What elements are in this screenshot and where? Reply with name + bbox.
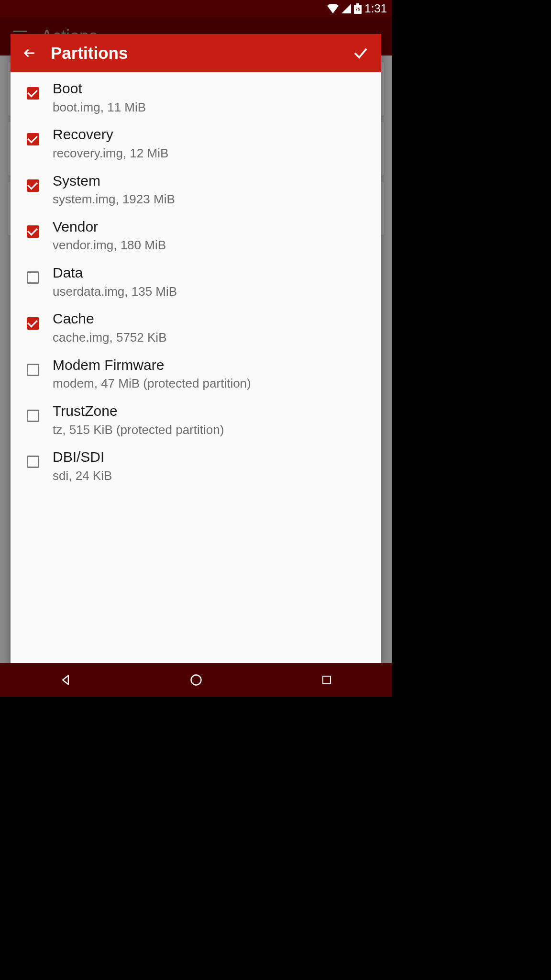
signal-icon: [342, 4, 351, 13]
partition-title: System: [53, 171, 175, 191]
checkbox-icon[interactable]: [27, 179, 39, 192]
checkbox-icon[interactable]: [27, 271, 39, 284]
status-time: 1:31: [364, 2, 387, 15]
wifi-icon: [327, 4, 339, 13]
partition-subtitle: vendor.img, 180 MiB: [53, 237, 166, 254]
checkbox-icon[interactable]: [27, 456, 39, 468]
nav-home-button[interactable]: [186, 670, 206, 690]
checkbox-icon[interactable]: [27, 87, 39, 100]
partition-item-cache[interactable]: Cache cache.img, 5752 KiB: [11, 304, 381, 350]
nav-bar: [0, 663, 392, 697]
dialog-header: Partitions: [11, 34, 381, 72]
partitions-dialog: Partitions Boot boot.img, 11 MiB Recover…: [11, 34, 381, 663]
partition-title: Recovery: [53, 125, 168, 145]
partition-title: Data: [53, 263, 177, 283]
back-button[interactable]: [21, 45, 38, 62]
partition-subtitle: tz, 515 KiB (protected partition): [53, 422, 224, 438]
partition-subtitle: modem, 47 MiB (protected partition): [53, 376, 251, 392]
partition-item-boot[interactable]: Boot boot.img, 11 MiB: [11, 74, 381, 120]
partition-subtitle: userdata.img, 135 MiB: [53, 284, 177, 300]
partition-title: Vendor: [53, 217, 166, 237]
partition-subtitle: cache.img, 5752 KiB: [53, 330, 166, 346]
partition-item-vendor[interactable]: Vendor vendor.img, 180 MiB: [11, 212, 381, 258]
svg-rect-7: [323, 676, 331, 684]
checkbox-icon[interactable]: [27, 410, 39, 422]
checkbox-icon[interactable]: [27, 317, 39, 330]
partition-title: Boot: [53, 79, 146, 99]
partition-item-data[interactable]: Data userdata.img, 135 MiB: [11, 258, 381, 304]
checkbox-icon[interactable]: [27, 364, 39, 376]
partition-subtitle: recovery.img, 12 MiB: [53, 145, 168, 162]
partition-title: Cache: [53, 309, 166, 329]
nav-recent-button[interactable]: [317, 670, 337, 690]
svg-point-6: [191, 675, 201, 685]
checkbox-icon[interactable]: [27, 133, 39, 145]
dialog-title: Partitions: [51, 44, 351, 63]
checkbox-icon[interactable]: [27, 225, 39, 238]
partition-item-recovery[interactable]: Recovery recovery.img, 12 MiB: [11, 120, 381, 166]
partition-title: DBI/SDI: [53, 447, 112, 467]
nav-back-button[interactable]: [55, 670, 76, 690]
partition-item-system[interactable]: System system.img, 1923 MiB: [11, 167, 381, 212]
partition-list[interactable]: Boot boot.img, 11 MiB Recovery recovery.…: [11, 72, 381, 489]
svg-rect-1: [356, 3, 359, 5]
confirm-button[interactable]: [351, 43, 371, 63]
partition-title: TrustZone: [53, 401, 224, 421]
partition-item-modem[interactable]: Modem Firmware modem, 47 MiB (protected …: [11, 351, 381, 397]
status-bar: 75 1:31: [0, 0, 392, 17]
partition-subtitle: boot.img, 11 MiB: [53, 100, 146, 116]
partition-subtitle: system.img, 1923 MiB: [53, 191, 175, 208]
partition-subtitle: sdi, 24 KiB: [53, 468, 112, 484]
partition-item-trustzone[interactable]: TrustZone tz, 515 KiB (protected partiti…: [11, 397, 381, 443]
partition-title: Modem Firmware: [53, 356, 251, 375]
battery-icon: 75: [354, 3, 362, 14]
svg-text:75: 75: [355, 7, 360, 11]
partition-item-dbisdi[interactable]: DBI/SDI sdi, 24 KiB: [11, 443, 381, 489]
